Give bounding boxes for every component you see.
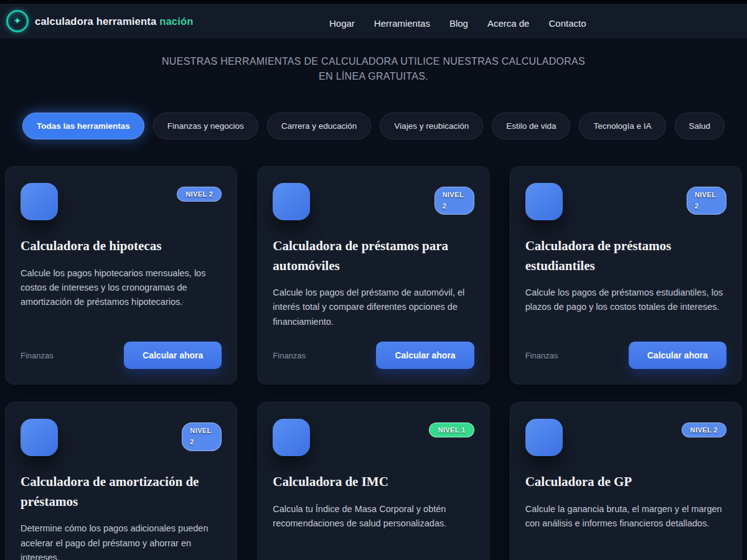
card-footer: Finanzas Calcular ahora: [21, 329, 222, 369]
card-header: NIVEL 2: [525, 183, 726, 220]
level-badge: NIVEL 2: [435, 187, 474, 215]
tool-icon: [525, 183, 563, 220]
calculate-now-button[interactable]: Calcular ahora: [629, 342, 726, 369]
filter-travel-relocation[interactable]: Viajes y reubicación: [380, 113, 483, 139]
card-header: NIVEL 2: [21, 419, 222, 456]
category-label: Finanzas: [525, 351, 558, 360]
category-filter-bar: Todas las herramientas Finanzas y negoci…: [0, 113, 747, 139]
card-gp-calculator: NIVEL 2 Calculadora de GP Calcule la gan…: [510, 402, 742, 560]
tool-icon: [21, 183, 58, 220]
card-header: NIVEL 2: [273, 183, 474, 220]
tools-card-grid: NIVEL 2 Calculadora de hipotecas Calcule…: [5, 166, 742, 560]
filter-health[interactable]: Salud: [675, 113, 725, 139]
brand-name-accent: nación: [159, 16, 193, 27]
card-loan-payoff-calculator: NIVEL 2 Calculadora de amortización de p…: [5, 402, 237, 560]
card-description: Calcule los pagos del préstamo de automó…: [273, 286, 474, 329]
level-badge: NIVEL 2: [177, 187, 222, 202]
brand-name-primary: calculadora herramienta: [35, 16, 156, 27]
filter-all-tools[interactable]: Todas las herramientas: [22, 113, 144, 139]
nav-link-about[interactable]: Acerca de: [487, 18, 530, 29]
top-navigation-bar: ✦ calculadora herramienta nación Hogar H…: [0, 0, 747, 39]
card-title: Calculadora de GP: [525, 472, 726, 492]
card-title: Calculadora de hipotecas: [21, 236, 222, 256]
brand-logo-home-link[interactable]: ✦ calculadora herramienta nación: [6, 10, 194, 32]
tool-icon: [21, 419, 58, 456]
card-header: NIVEL 2: [525, 419, 726, 456]
nav-link-contact[interactable]: Contacto: [548, 18, 586, 29]
card-title: Calculadora de amortización de préstamos: [21, 472, 222, 511]
nav-link-blog[interactable]: Blog: [449, 18, 468, 29]
main-nav: Hogar Herramientas Blog Acerca de Contac…: [329, 7, 586, 39]
level-badge: NIVEL 2: [182, 422, 222, 450]
brand-name: calculadora herramienta nación: [35, 16, 194, 27]
nav-link-tools[interactable]: Herramientas: [374, 18, 430, 29]
tool-icon: [273, 183, 310, 220]
filter-career-education[interactable]: Carrera y educación: [267, 113, 372, 139]
level-badge: NIVEL 1: [429, 422, 474, 437]
card-title: Calculadora de préstamos para automóvile…: [273, 236, 474, 276]
filter-finance-business[interactable]: Finanzas y negocios: [153, 113, 258, 139]
calculate-now-button[interactable]: Calcular ahora: [376, 342, 474, 369]
card-auto-loan-calculator: NIVEL 2 Calculadora de préstamos para au…: [257, 166, 489, 385]
sparkle-logo-icon: ✦: [6, 10, 29, 32]
card-student-loan-calculator: NIVEL 2 Calculadora de préstamos estudia…: [510, 166, 742, 385]
card-title: Calculadora de préstamos estudiantiles: [525, 236, 726, 276]
card-mortgage-calculator: NIVEL 2 Calculadora de hipotecas Calcule…: [5, 166, 237, 385]
card-description: Calcule la ganancia bruta, el margen y e…: [525, 502, 726, 531]
card-footer: Finanzas Calcular ahora: [525, 329, 726, 369]
level-badge: NIVEL 2: [687, 187, 726, 215]
filter-tech-ai[interactable]: Tecnología e IA: [579, 113, 665, 139]
sparkle-glyph: ✦: [13, 16, 21, 26]
calculate-now-button[interactable]: Calcular ahora: [124, 342, 222, 369]
level-badge: NIVEL 2: [682, 422, 726, 437]
category-label: Finanzas: [273, 351, 306, 360]
card-description: Calcule los pagos hipotecarios mensuales…: [21, 266, 222, 310]
card-header: NIVEL 2: [21, 183, 222, 220]
tool-icon: [273, 419, 310, 456]
card-description: Calcule los pagos de préstamos estudiant…: [525, 286, 726, 315]
page-title: NUESTRAS HERRAMIENTAS DE CALCULADORA UTI…: [156, 54, 591, 84]
filter-lifestyle[interactable]: Estilo de vida: [492, 113, 570, 139]
tool-icon: [525, 419, 563, 456]
card-footer: Finanzas Calcular ahora: [273, 329, 474, 369]
card-bmi-calculator: NIVEL 1 Calculadora de IMC Calcula tu Ín…: [257, 402, 489, 560]
nav-link-home[interactable]: Hogar: [329, 18, 355, 29]
card-header: NIVEL 1: [273, 419, 474, 456]
card-description: Calcula tu Índice de Masa Corporal y obt…: [273, 502, 474, 531]
card-description: Determine cómo los pagos adicionales pue…: [21, 521, 222, 560]
card-title: Calculadora de IMC: [273, 472, 474, 492]
category-label: Finanzas: [21, 351, 54, 360]
